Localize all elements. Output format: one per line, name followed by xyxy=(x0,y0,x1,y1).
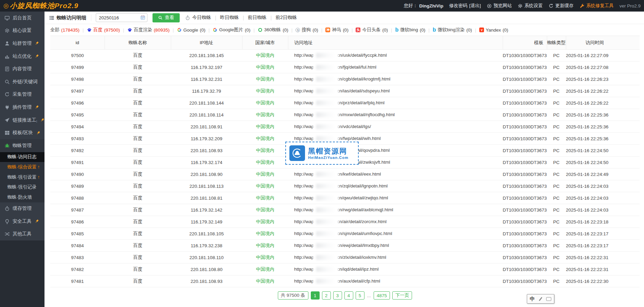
filter-count: (0) xyxy=(312,28,318,33)
watermark-hat-logo-icon xyxy=(289,145,305,161)
sidebar-item-5[interactable]: 外链/关键词 xyxy=(0,75,44,88)
quick-links: 今日蜘蛛|昨日蜘蛛|前日蜘蛛|前2日蜘蛛 xyxy=(185,15,297,21)
app-title: 小旋风蜘蛛池Pro2.9 xyxy=(10,1,78,11)
filter-item-10[interactable]: b微软bing渲染(0) xyxy=(433,27,472,33)
column-header-ip: IP地址 xyxy=(171,36,242,50)
cell-ip: 220.181.108.93 xyxy=(171,145,242,157)
filter-item-8[interactable]: 头今日头条(0) xyxy=(356,27,388,33)
url-prefix: http://wap xyxy=(294,255,314,260)
change-password-link[interactable]: 修改密码 xyxy=(449,3,467,9)
sidebar-item-bottom-1[interactable]: 安全工具 xyxy=(0,215,44,228)
quick-link-3[interactable]: 前2日蜘蛛 xyxy=(275,15,297,21)
redacted-domain xyxy=(314,52,337,58)
list-icon xyxy=(49,15,54,20)
baidu-icon xyxy=(127,28,132,32)
url-path: cn/kwf/detail/eex.html xyxy=(337,171,381,177)
filter-count: (0) xyxy=(283,28,288,33)
preview-site-link[interactable]: 预览网站 xyxy=(487,3,512,9)
sidebar-item-4[interactable]: 内容管理 xyxy=(0,62,44,75)
sidebar-subitem-4[interactable]: 蜘蛛·防火墙 xyxy=(0,192,44,202)
sidebar-subitem-1[interactable]: 蜘蛛·综合设置↑ xyxy=(0,162,44,172)
sidebar-subitem-2[interactable]: 蜘蛛·强引设置↑ xyxy=(0,172,44,182)
cell-visit-time: 2025-01-16 22:22:30 xyxy=(566,275,640,287)
filter-item-1[interactable]: 百度(97500) xyxy=(87,27,120,33)
filter-item-5[interactable]: 360蜘蛛(0) xyxy=(258,27,288,33)
filter-item-6[interactable]: S搜狗(0) xyxy=(296,27,318,33)
filter-separator: | xyxy=(123,28,124,33)
sidebar-subitem-3[interactable]: 蜘蛛·强引记录 xyxy=(0,182,44,192)
redacted-domain xyxy=(314,254,337,260)
page-button-3[interactable]: 3 xyxy=(333,291,342,300)
refresh-cache-link[interactable]: 更新缓存 xyxy=(549,3,574,9)
quick-link-0[interactable]: 今日蜘蛛 xyxy=(192,15,211,21)
page-button-2[interactable]: 2 xyxy=(322,291,331,300)
cell-country: 中国境内 xyxy=(242,252,288,264)
sidebar-item-1[interactable]: 核心设置 xyxy=(0,24,44,37)
cell-template: DT1030/1030DT3673 xyxy=(503,133,547,145)
cell-visit-time: 2025-01-16 22:23:17 xyxy=(566,240,640,252)
url-path: cn/zlx/detail/ioxkmv.html xyxy=(337,255,387,260)
url-prefix: http://wap xyxy=(294,219,314,224)
cell-template: DT1030/1030DT3673 xyxy=(503,61,547,73)
url-path: cn/zql/detail/lgnpotn.html xyxy=(337,183,388,188)
page-button-5[interactable]: 5 xyxy=(356,291,364,300)
cell-url: http://wapcn/ewj/detail/lmxtbpy.html xyxy=(288,240,503,252)
filter-item-9[interactable]: b微软bing(0) xyxy=(395,27,425,33)
cell-visit-time: 2025-01-16 22:24:03 xyxy=(566,180,640,192)
page-button-last[interactable]: 4875 xyxy=(374,291,390,300)
sidebar-item-8[interactable]: 链接推送工具 xyxy=(0,114,44,127)
page-button-4[interactable]: 4 xyxy=(344,291,353,300)
sidebar-item-bottom-0[interactable]: 缓存管理 xyxy=(0,202,44,215)
sidebar-item-label: 安全工具 xyxy=(13,218,32,224)
cell-spider-name: 百度 xyxy=(105,133,171,145)
ime-mode-label[interactable]: 中 xyxy=(530,296,535,302)
page-ellipsis: ... xyxy=(367,293,371,298)
url-path: cn/aux/detail/cfp.html xyxy=(337,278,380,284)
filter-item-11[interactable]: YYandex(0) xyxy=(479,28,508,33)
ime-toolbar[interactable]: 中 xyxy=(527,294,554,304)
sync-icon xyxy=(4,92,10,97)
cell-spider-type: PC xyxy=(547,85,566,97)
redacted-domain xyxy=(314,183,337,189)
filter-item-4[interactable]: Google图片(0) xyxy=(213,27,250,33)
sidebar-item-2[interactable]: 站群管理 xyxy=(0,37,44,50)
quick-link-2[interactable]: 前日蜘蛛 xyxy=(248,15,267,21)
ime-keyboard-icon[interactable] xyxy=(546,297,551,301)
table-row: 97482 百度 220.181.108.80 中国境内 http://wapc… xyxy=(50,264,640,275)
filter-item-7[interactable]: 神神马(0) xyxy=(325,27,348,33)
filter-item-0[interactable]: 全部(178435) xyxy=(50,27,79,33)
sidebar-item-bottom-2[interactable]: 其他工具 xyxy=(0,228,44,241)
sidebar-item-0[interactable]: 后台首页 xyxy=(0,12,44,24)
cell-template: DT1030/1030DT3673 xyxy=(503,97,547,109)
sidebar-item-9[interactable]: 模板/区块 xyxy=(0,126,44,139)
redacted-domain xyxy=(314,100,337,106)
calendar-icon[interactable] xyxy=(140,15,145,20)
url-path: cn/qwu/detail/zwjtqo.html xyxy=(337,195,388,200)
filter-item-2[interactable]: 百度渲染(80935) xyxy=(127,27,170,33)
filter-separator: | xyxy=(173,28,174,33)
spider-icon xyxy=(4,143,10,148)
filter-item-3[interactable]: Google(0) xyxy=(177,28,205,33)
filter-label: 360蜘蛛 xyxy=(264,27,281,33)
sidebar-subitem-0[interactable]: 蜘蛛·访问日志 xyxy=(0,152,44,162)
cell-spider-name: 百度 xyxy=(105,216,171,228)
ime-pen-icon[interactable] xyxy=(539,297,542,301)
page-button-1[interactable]: 1 xyxy=(311,291,320,300)
view-button[interactable]: 查看 xyxy=(153,13,180,22)
sidebar-item-label: 采集管理 xyxy=(13,91,32,97)
sidebar-item-6[interactable]: 采集管理 xyxy=(0,88,44,101)
system-settings-link[interactable]: 系统设置 xyxy=(518,3,543,9)
sidebar-item-3[interactable]: 站点优化 xyxy=(0,50,44,63)
cell-country: 中国境内 xyxy=(242,50,288,61)
cell-spider-type: PC xyxy=(547,168,566,180)
repair-tool-link[interactable]: 系统修复工具 xyxy=(579,3,614,9)
next-page-button[interactable]: 下一页 xyxy=(392,291,412,300)
filter-label: Yandex xyxy=(486,28,501,33)
sidebar-item-7[interactable]: 插件管理 xyxy=(0,101,44,114)
date-input[interactable] xyxy=(96,13,147,22)
logout-link[interactable]: [退出] xyxy=(469,3,481,9)
cell-url: http://wapcn/zlx/detail/ioxkmv.html xyxy=(288,252,503,264)
sidebar-item-spider[interactable]: 蜘蛛管理 xyxy=(0,139,44,152)
cell-template: DT1030/1030DT3673 xyxy=(503,180,547,192)
quick-link-1[interactable]: 昨日蜘蛛 xyxy=(220,15,239,21)
